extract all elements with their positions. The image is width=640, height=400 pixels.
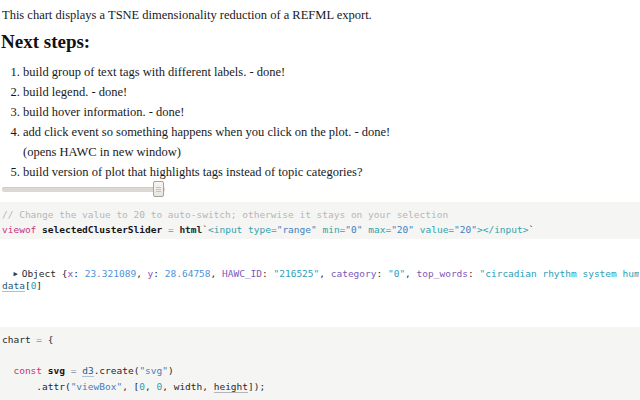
code-token: ` — [528, 224, 534, 235]
code-line: .attr("viewBox", [0, 0, width, height]); — [2, 379, 640, 395]
code-line — [2, 348, 640, 364]
code-token: viewof — [2, 224, 36, 235]
inspector-value: "0" — [388, 268, 405, 279]
inspector-key: HAWC_ID — [222, 268, 262, 279]
code-token: svg — [48, 365, 65, 376]
next-steps-heading: Next steps: — [1, 31, 90, 53]
code-token: "20" — [391, 224, 414, 235]
code-token: type= — [248, 224, 277, 235]
code-token: { — [42, 334, 53, 345]
todo-item: build hover information. - done! — [23, 102, 390, 122]
code-token: , width, — [162, 381, 213, 392]
todo-item: build group of text tags with different … — [23, 62, 390, 82]
inspector-source-line[interactable]: data[0] — [2, 279, 42, 292]
todo-item-text: build legend. - done! — [23, 85, 127, 99]
inspector-colon: : — [262, 268, 273, 279]
inspector-value: "circadian rhythm system human c — [480, 268, 640, 279]
todo-item-text: build hover information. - done! — [23, 105, 184, 119]
slider-thumb[interactable] — [153, 181, 164, 197]
object-label: Object — [22, 268, 56, 279]
code-token: value= — [420, 224, 454, 235]
object-inspector-row[interactable]: ▶Object {x: 23.321089, y: 28.64758, HAWC… — [2, 254, 639, 281]
code-token: , [ — [122, 381, 139, 392]
todo-item-text: build group of text tags with different … — [23, 65, 285, 79]
inspector-colon: : — [73, 268, 84, 279]
code-token: "svg" — [139, 365, 168, 376]
inspector-key: category — [331, 268, 377, 279]
code-line: const svg = d3.create("svg") — [2, 363, 640, 379]
slider-code-cell[interactable]: // Change the value to 20 to auto-switch… — [0, 202, 640, 239]
code-token: "0" — [345, 224, 362, 235]
inspector-separator: , — [319, 268, 330, 279]
code-token: html — [179, 224, 202, 235]
inspector-value: 28.64758 — [165, 268, 211, 279]
inspector-separator: , — [405, 268, 416, 279]
code-token: , — [145, 381, 156, 392]
code-token: data — [2, 280, 25, 292]
code-token: "viewBox" — [71, 381, 122, 392]
todo-item-text: add click event so something happens whe… — [23, 125, 390, 139]
todo-item: build version of plot that highlights ta… — [23, 162, 390, 182]
inspector-colon: : — [153, 268, 164, 279]
code-line: // Change the value to 20 to auto-switch… — [2, 207, 640, 222]
code-token: // Change the value to 20 to auto-switch… — [2, 209, 448, 220]
code-token: selectedClusterSlider — [42, 224, 162, 235]
code-token: d3 — [82, 365, 93, 377]
todo-item-text: build version of plot that highlights ta… — [23, 165, 363, 179]
code-line: viewof selectedClusterSlider = html`<inp… — [2, 222, 640, 237]
code-token: ></input> — [477, 224, 528, 235]
todo-item-note: (opens HAWC in new window) — [23, 142, 390, 162]
code-token: max= — [368, 224, 391, 235]
code-token: .create( — [94, 365, 140, 376]
code-token — [2, 365, 13, 376]
inspector-value: 23.321089 — [85, 268, 136, 279]
cluster-slider[interactable] — [2, 181, 168, 197]
code-token: const — [13, 365, 42, 376]
inspector-entries: x: 23.321089, y: 28.64758, HAWC_ID: "216… — [67, 268, 639, 279]
intro-paragraph: This chart displays a TSNE dimensionalit… — [2, 8, 372, 23]
todo-item: build legend. - done! — [23, 82, 390, 102]
chart-code-cell[interactable]: chart = { const svg = d3.create("svg") .… — [0, 327, 640, 400]
code-token: "range" — [277, 224, 317, 235]
inspector-separator: , — [211, 268, 222, 279]
todo-list: build group of text tags with different … — [2, 62, 390, 182]
todo-item: add click event so something happens whe… — [23, 122, 390, 162]
code-token: .attr( — [2, 381, 71, 392]
inspector-value: "216525" — [274, 268, 320, 279]
code-token: chart — [2, 334, 36, 345]
inspector-colon: : — [376, 268, 387, 279]
code-token: ]); — [248, 381, 265, 392]
inspector-colon: : — [468, 268, 479, 279]
slider-track[interactable] — [2, 187, 165, 192]
code-line: chart = { — [2, 332, 640, 348]
code-token: height — [214, 381, 248, 393]
code-token: ] — [36, 280, 42, 291]
code-token: <input — [208, 224, 248, 235]
code-token: ) — [168, 365, 174, 376]
code-token: "20" — [454, 224, 477, 235]
code-token: min= — [322, 224, 345, 235]
inspector-key: top_words — [417, 268, 468, 279]
inspector-separator: , — [136, 268, 147, 279]
